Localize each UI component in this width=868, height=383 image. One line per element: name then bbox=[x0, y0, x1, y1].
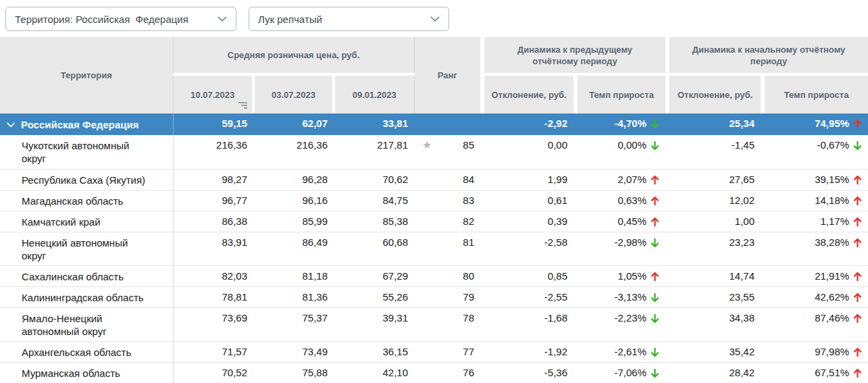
price-cell: 85,38 bbox=[334, 211, 414, 232]
table-row[interactable]: Магаданская область96,7796,1684,75830,61… bbox=[0, 190, 868, 211]
table-row[interactable]: Республика Саха (Якутия)98,2796,2870,628… bbox=[0, 169, 868, 190]
price-cell: 81,36 bbox=[253, 286, 334, 307]
territory-name: Ненецкий автономный округ bbox=[22, 236, 146, 262]
arrow-up-icon bbox=[853, 347, 862, 359]
table-header: Территория Средняя розничная цена, руб. … bbox=[0, 37, 868, 113]
rank-value: 80 bbox=[463, 270, 474, 282]
product-dropdown[interactable]: Лук репчатый bbox=[249, 7, 449, 31]
filter-bar: Территория: Российская Федерация Лук реп… bbox=[0, 0, 868, 37]
growth-prev-cell: -2,61% bbox=[578, 341, 665, 362]
table-row[interactable]: Сахалинская область82,0381,1867,29800,85… bbox=[0, 265, 868, 286]
rank-cell: 78 bbox=[414, 307, 480, 341]
growth-start-cell: 87,46% bbox=[765, 307, 868, 341]
collapse-icon[interactable] bbox=[7, 118, 15, 130]
arrow-down-icon bbox=[650, 141, 659, 153]
territory-cell: Республика Саха (Якутия) bbox=[0, 169, 173, 190]
deviation-start-cell: 14,74 bbox=[669, 265, 761, 286]
price-cell: 33,81 bbox=[334, 113, 414, 135]
table-row[interactable]: Камчатский край86,3885,9985,38820,390,45… bbox=[0, 211, 868, 232]
arrow-up-icon bbox=[853, 272, 862, 284]
sort-descending-icon[interactable] bbox=[238, 102, 247, 109]
chevron-down-icon bbox=[218, 16, 227, 22]
rank-value: 82 bbox=[463, 215, 474, 227]
growth-prev-cell: -4,70% bbox=[578, 113, 665, 135]
rank-cell: 80 bbox=[414, 265, 480, 286]
deviation-start-cell: 27,65 bbox=[669, 169, 761, 190]
rank-value: 77 bbox=[463, 346, 474, 357]
territory-dropdown[interactable]: Территория: Российская Федерация bbox=[5, 7, 236, 31]
rank-value: 84 bbox=[463, 174, 474, 185]
arrow-up-icon bbox=[650, 272, 659, 284]
deviation-start-cell: -1,45 bbox=[669, 135, 761, 169]
product-dropdown-value: Лук репчатый bbox=[258, 14, 322, 25]
territory-name: Магаданская область bbox=[22, 195, 123, 207]
deviation-prev-cell: -2,92 bbox=[484, 113, 573, 135]
deviation-start-cell: 12,02 bbox=[669, 190, 761, 211]
deviation-start-cell: 23,55 bbox=[669, 286, 761, 307]
territory-name: Республика Саха (Якутия) bbox=[22, 174, 145, 186]
table-row[interactable]: Ямало-Ненецкий автономный округ73,6975,3… bbox=[0, 307, 868, 341]
territory-name: Чукотский автономный округ bbox=[22, 139, 146, 165]
star-icon: ★ bbox=[422, 139, 432, 151]
column-header-growth-prev[interactable]: Темп прироста bbox=[578, 74, 665, 113]
price-cell: 86,38 bbox=[173, 211, 253, 232]
territory-cell: Мурманская область bbox=[0, 362, 173, 383]
growth-prev-cell: -2,23% bbox=[578, 307, 665, 341]
price-cell: 70,52 bbox=[173, 362, 253, 383]
rank-value: 78 bbox=[463, 312, 474, 324]
rank-cell: 81 bbox=[414, 232, 480, 265]
growth-prev-cell: 0,00% bbox=[578, 135, 665, 169]
arrow-up-icon bbox=[853, 119, 862, 131]
deviation-prev-cell: 0,00 bbox=[484, 135, 573, 169]
rank-cell: 79 bbox=[414, 286, 480, 307]
table-row[interactable]: Мурманская область70,5275,8842,1076-5,36… bbox=[0, 362, 868, 383]
arrow-up-icon bbox=[650, 196, 659, 208]
rank-value: 79 bbox=[463, 291, 474, 303]
arrow-up-icon bbox=[853, 196, 862, 208]
price-cell: 78,81 bbox=[173, 286, 253, 307]
column-header-date-3[interactable]: 09.01.2023 bbox=[334, 74, 414, 113]
price-cell: 62,07 bbox=[253, 113, 334, 135]
table-row[interactable]: Архангельская область71,5773,4936,1577-1… bbox=[0, 341, 868, 362]
price-cell: 96,77 bbox=[173, 190, 253, 211]
column-header-growth-start[interactable]: Темп прироста bbox=[765, 74, 868, 113]
column-header-date-1[interactable]: 10.07.2023 bbox=[173, 74, 253, 113]
column-header-deviation-prev[interactable]: Отклонение, руб. bbox=[484, 74, 573, 113]
price-cell: 67,29 bbox=[334, 265, 414, 286]
chevron-down-icon bbox=[430, 16, 440, 22]
deviation-prev-cell: -2,58 bbox=[484, 232, 573, 265]
price-cell: 73,69 bbox=[173, 307, 253, 341]
price-cell: 71,57 bbox=[173, 341, 253, 362]
price-cell: 96,16 bbox=[253, 190, 334, 211]
price-cell: 216,36 bbox=[173, 135, 253, 169]
price-cell: 86,49 bbox=[253, 232, 334, 265]
price-cell: 42,10 bbox=[334, 362, 414, 383]
rank-value: 81 bbox=[463, 236, 474, 248]
table-row[interactable]: Ненецкий автономный округ83,9186,4960,68… bbox=[0, 232, 868, 265]
group-header-prev-period: Динамика к предыдущему отчётному периоду bbox=[484, 37, 665, 74]
table-row[interactable]: Калининградская область78,8181,3655,2679… bbox=[0, 286, 868, 307]
rank-cell: 84 bbox=[414, 169, 480, 190]
column-header-deviation-start[interactable]: Отклонение, руб. bbox=[669, 74, 761, 113]
deviation-prev-cell: 1,99 bbox=[484, 169, 573, 190]
territory-name: Российская Федерация bbox=[21, 118, 139, 131]
deviation-prev-cell: -1,92 bbox=[484, 341, 573, 362]
price-cell: 96,28 bbox=[253, 169, 334, 190]
deviation-start-cell: 1,00 bbox=[669, 211, 761, 232]
rank-cell: 82 bbox=[414, 211, 480, 232]
table-row[interactable]: Чукотский автономный округ216,36216,3621… bbox=[0, 135, 868, 169]
price-table: Территория Средняя розничная цена, руб. … bbox=[0, 37, 868, 383]
deviation-prev-cell: -2,55 bbox=[484, 286, 573, 307]
column-header-rank[interactable]: Ранг bbox=[414, 37, 480, 113]
arrow-down-icon bbox=[853, 141, 862, 153]
arrow-down-icon bbox=[650, 238, 659, 250]
deviation-start-cell: 23,23 bbox=[669, 232, 761, 265]
growth-start-cell: 14,18% bbox=[765, 190, 868, 211]
growth-prev-cell: 1,05% bbox=[578, 265, 665, 286]
territory-cell: Камчатский край bbox=[0, 211, 173, 232]
column-header-date-2[interactable]: 03.07.2023 bbox=[253, 74, 334, 113]
deviation-prev-cell: -5,36 bbox=[484, 362, 573, 383]
arrow-down-icon bbox=[650, 347, 659, 359]
summary-row[interactable]: Российская Федерация59,1562,0733,81-2,92… bbox=[0, 113, 868, 135]
rank-cell: ★85 bbox=[414, 135, 480, 169]
